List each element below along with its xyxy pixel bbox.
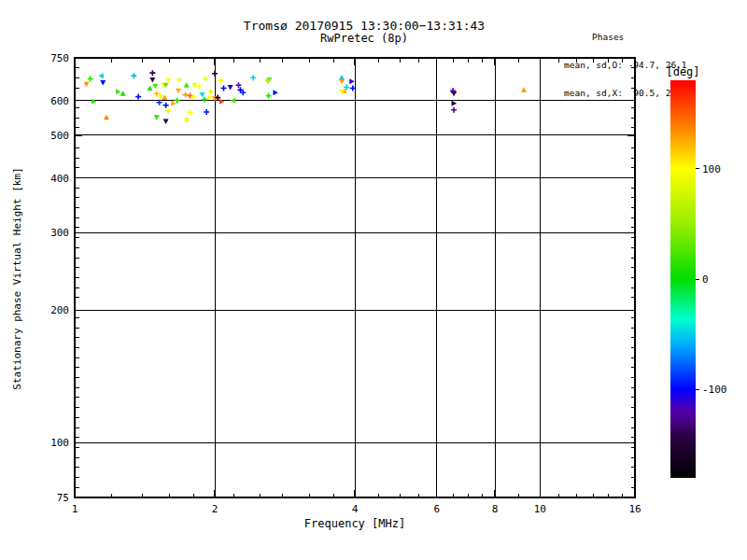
scatter-point — [339, 79, 345, 85]
x-tick-label: 4 — [352, 503, 359, 515]
x-tick-label: 2 — [212, 503, 218, 515]
x-tick-label: 10 — [534, 503, 546, 515]
scatter-point — [116, 89, 121, 94]
scatter-point — [98, 73, 104, 78]
chart-svg: 12468101675060050040030020010075[deg]100… — [0, 0, 747, 560]
scatter-point — [135, 94, 141, 100]
scatter-point — [250, 75, 256, 80]
scatter-point — [273, 90, 278, 95]
scatter-point — [451, 107, 457, 113]
colorbar-tick-label: 0 — [702, 273, 709, 286]
colorbar-tick-label: 100 — [702, 163, 721, 175]
y-tick-label: 400 — [50, 173, 69, 185]
scatter-point — [184, 118, 190, 123]
scatter-point — [104, 115, 109, 120]
y-tick-label: 300 — [50, 227, 69, 239]
y-tick-label: 75 — [57, 492, 69, 504]
x-tick-label: 8 — [492, 503, 499, 515]
scatter-point — [202, 97, 207, 103]
scatter-point — [176, 77, 182, 82]
scatter-point — [165, 78, 171, 84]
scatter-point — [92, 99, 97, 105]
scatter-point — [165, 108, 171, 114]
scatter-point — [171, 101, 176, 106]
scatter-point — [219, 99, 225, 105]
scatter-point — [196, 83, 202, 89]
scatter-point — [147, 85, 152, 91]
scatter-point — [266, 93, 272, 99]
scatter-point — [120, 91, 126, 96]
y-tick-label: 200 — [50, 304, 69, 316]
scatter-point — [203, 76, 208, 81]
x-tick-label: 16 — [628, 503, 641, 515]
scatter-point — [183, 92, 189, 98]
scatter-point — [152, 84, 158, 90]
scatter-point — [349, 78, 355, 84]
colorbar — [670, 80, 696, 478]
scatter-point — [163, 119, 169, 123]
scatter-point — [84, 82, 90, 88]
scatter-point — [218, 77, 223, 83]
scatter-point — [212, 71, 218, 77]
scatter-point — [231, 98, 236, 104]
scatter-point — [207, 95, 213, 101]
y-tick-label: 500 — [50, 130, 69, 142]
scatter-point — [204, 109, 209, 115]
scatter-point — [154, 115, 160, 120]
colorbar-label: [deg] — [666, 65, 699, 78]
scatter-point — [452, 101, 458, 106]
scatter-point — [451, 91, 457, 97]
scatter-point — [521, 87, 527, 92]
scatter-point — [208, 89, 214, 94]
scatter-point — [88, 76, 93, 81]
scatter-point — [149, 70, 155, 76]
x-tick-label: 6 — [433, 503, 440, 515]
x-tick-label: 1 — [72, 503, 78, 515]
scatter-point — [221, 85, 227, 91]
scatter-point — [184, 82, 190, 88]
scatter-point — [190, 94, 196, 100]
scatter-point — [131, 73, 136, 78]
scatter-point — [163, 103, 169, 108]
scatter-point — [175, 98, 180, 104]
y-tick-label: 750 — [50, 52, 69, 64]
scatter-point — [100, 80, 106, 86]
y-tick-label: 100 — [50, 437, 69, 449]
scatter-point — [188, 93, 193, 99]
scatter-point — [149, 77, 155, 83]
y-tick-label: 600 — [50, 95, 69, 107]
scatter-point — [188, 110, 193, 116]
colorbar-tick-label: -100 — [702, 384, 727, 396]
scatter-point — [176, 89, 181, 94]
scatter-point — [228, 85, 233, 91]
ionogram-page: Tromsø 20170915 13:30:00−13:31:43 RwPret… — [0, 0, 747, 560]
